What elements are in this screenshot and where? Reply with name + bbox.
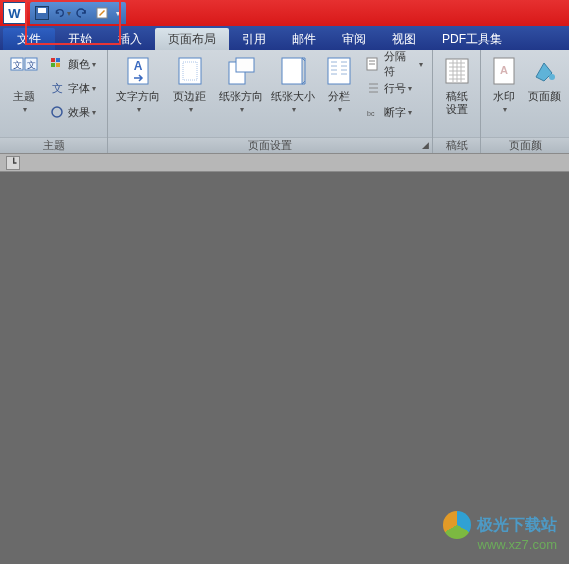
columns-icon (325, 56, 353, 86)
page-setup-launcher[interactable]: ◢ (420, 140, 430, 150)
svg-text:文: 文 (27, 60, 36, 70)
group-page-setup: A 文字方向 ▾ 页边距 ▾ (108, 50, 433, 153)
svg-text:bc: bc (367, 110, 375, 117)
ruler-bar: ┗ (0, 154, 569, 172)
save-icon (35, 6, 49, 20)
group-page-setup-label: 页面设置 ◢ (108, 137, 432, 153)
dropdown-icon: ▾ (116, 9, 120, 18)
tab-file[interactable]: 文件 (3, 28, 55, 50)
svg-point-10 (52, 107, 62, 117)
manuscript-icon (443, 57, 471, 85)
watermark-title: 极光下载站 (477, 515, 557, 536)
dropdown-icon: ▾ (23, 103, 27, 116)
margins-button[interactable]: 页边距 ▾ (164, 53, 216, 118)
redo-icon (75, 6, 89, 20)
quick-access-toolbar: ▾ ▾ (30, 2, 126, 24)
hyphenation-icon: bc (365, 104, 381, 120)
title-bar: W ▾ ▾ (0, 0, 569, 26)
effects-icon (49, 104, 65, 120)
tab-mailings[interactable]: 邮件 (279, 28, 329, 50)
columns-button[interactable]: 分栏 ▾ (319, 53, 359, 118)
svg-rect-5 (51, 58, 55, 62)
dropdown-icon: ▾ (67, 9, 71, 18)
orientation-button[interactable]: 纸张方向 ▾ (215, 53, 267, 118)
group-page-background: A 水印 ▾ 页面颜 页面颜 (481, 50, 569, 153)
orientation-icon (226, 56, 256, 86)
undo-icon (53, 6, 65, 20)
svg-rect-17 (282, 58, 302, 84)
qat-customize[interactable]: ▾ (113, 4, 123, 22)
tab-pdftools[interactable]: PDF工具集 (429, 28, 515, 50)
watermark-button[interactable]: A 水印 ▾ (485, 53, 523, 118)
edit-button[interactable] (93, 4, 111, 22)
theme-label: 主题 (13, 90, 35, 103)
tab-view[interactable]: 视图 (379, 28, 429, 50)
watermark-url: www.xz7.com (478, 537, 557, 552)
svg-point-45 (549, 74, 555, 80)
redo-button[interactable] (73, 4, 91, 22)
tab-home[interactable]: 开始 (55, 28, 105, 50)
effects-button[interactable]: 效果▾ (46, 101, 99, 123)
svg-text:文: 文 (52, 82, 63, 94)
page-color-button[interactable]: 页面颜 (523, 53, 565, 105)
tab-references[interactable]: 引用 (229, 28, 279, 50)
site-watermark: 极光下载站 www.xz7.com (443, 511, 557, 552)
breaks-button[interactable]: 分隔符▾ (362, 53, 426, 75)
document-area: 极光下载站 www.xz7.com (0, 172, 569, 564)
breaks-icon (365, 56, 381, 72)
tab-strip: 文件 开始 插入 页面布局 引用 邮件 审阅 视图 PDF工具集 (0, 26, 569, 50)
ribbon: 文 文 主题 ▾ 颜色▾ 文 (0, 50, 569, 154)
colors-icon (49, 56, 65, 72)
group-manuscript-label: 稿纸 (433, 137, 480, 153)
size-button[interactable]: 纸张大小 ▾ (267, 53, 319, 118)
theme-button[interactable]: 文 文 主题 ▾ (4, 53, 44, 118)
tab-review[interactable]: 审阅 (329, 28, 379, 50)
svg-rect-16 (236, 58, 254, 72)
size-icon (279, 56, 307, 86)
swirl-logo-icon (443, 511, 471, 539)
fonts-icon: 文 (49, 80, 65, 96)
watermark-icon: A (491, 56, 517, 86)
ruler-toggle[interactable]: ┗ (6, 156, 20, 170)
svg-text:文: 文 (13, 60, 22, 70)
colors-button[interactable]: 颜色▾ (46, 53, 99, 75)
manuscript-settings-button[interactable]: 稿纸 设置 (437, 53, 476, 118)
svg-rect-7 (51, 63, 55, 67)
svg-rect-8 (56, 63, 60, 67)
line-numbers-icon (365, 80, 381, 96)
group-theme-label: 主题 (0, 137, 107, 153)
group-theme: 文 文 主题 ▾ 颜色▾ 文 (0, 50, 108, 153)
word-logo[interactable]: W (3, 2, 26, 24)
theme-icon: 文 文 (9, 56, 39, 86)
fonts-button[interactable]: 文 字体▾ (46, 77, 99, 99)
svg-rect-6 (56, 58, 60, 62)
margins-icon (176, 56, 204, 86)
page-color-icon (530, 57, 558, 85)
svg-text:A: A (500, 64, 508, 76)
svg-text:A: A (133, 59, 142, 73)
text-direction-icon: A (124, 56, 152, 86)
group-page-bg-label: 页面颜 (481, 137, 569, 153)
tab-insert[interactable]: 插入 (105, 28, 155, 50)
text-direction-button[interactable]: A 文字方向 ▾ (112, 53, 164, 118)
tab-layout[interactable]: 页面布局 (155, 28, 229, 50)
line-numbers-button[interactable]: 行号▾ (362, 77, 426, 99)
hyphenation-button[interactable]: bc 断字▾ (362, 101, 426, 123)
save-button[interactable] (33, 4, 51, 22)
undo-button[interactable]: ▾ (53, 4, 71, 22)
edit-icon (95, 6, 109, 20)
group-manuscript: 稿纸 设置 稿纸 (433, 50, 481, 153)
